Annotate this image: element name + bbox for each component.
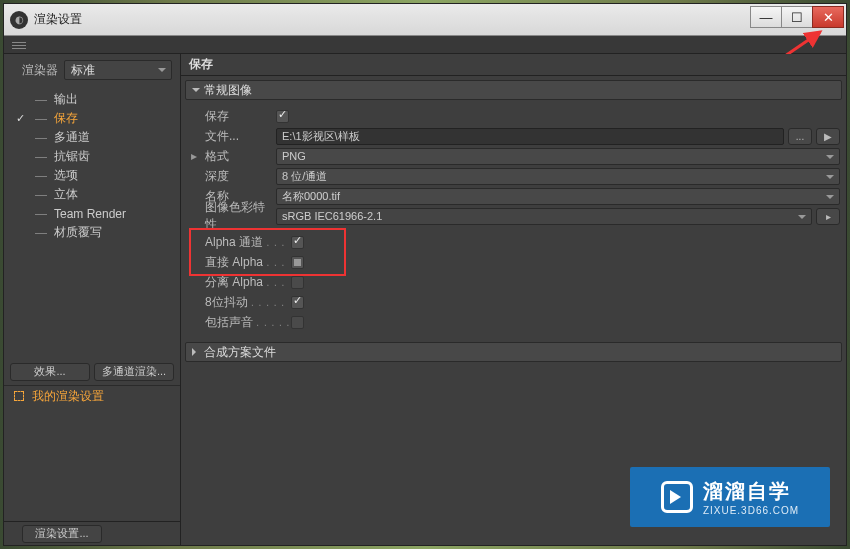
format-select[interactable]: PNG (276, 148, 840, 165)
maximize-button[interactable]: ☐ (781, 6, 813, 28)
sidebar-item-label: 保存 (54, 110, 78, 127)
color-profile-select[interactable]: sRGB IEC61966-2.1 (276, 208, 812, 225)
multipass-render-button[interactable]: 多通道渲染... (94, 363, 174, 381)
my-settings-label: 我的渲染设置 (32, 388, 104, 405)
name-select[interactable]: 名称0000.tif (276, 188, 840, 205)
app-icon: ◐ (10, 11, 28, 29)
browse-button[interactable]: ... (788, 128, 812, 145)
straight-alpha-label: 直接 Alpha . . . (201, 254, 291, 271)
section-regular-image[interactable]: 常规图像 (185, 80, 842, 100)
alpha-channel-label: Alpha 通道 . . . (201, 234, 291, 251)
watermark-text: 溜溜自学 (703, 478, 799, 505)
sidebar-item-material-override[interactable]: —材质覆写 (4, 223, 180, 242)
sidebar-item-antialiasing[interactable]: —抗锯齿 (4, 147, 180, 166)
audio-checkbox[interactable] (291, 316, 304, 329)
save-label: 保存 (201, 108, 276, 125)
window-title: 渲染设置 (34, 11, 82, 28)
effects-button[interactable]: 效果... (10, 363, 90, 381)
sidebar-item-label: 立体 (54, 186, 78, 203)
dither-checkbox[interactable] (291, 296, 304, 309)
sidebar: 渲染器 标准 —输出 ✓—保存 —多通道 —抗锯齿 —选项 —立体 —Team … (4, 54, 181, 545)
titlebar[interactable]: ◐ 渲染设置 — ☐ ✕ (4, 4, 846, 36)
sidebar-item-label: 抗锯齿 (54, 148, 90, 165)
menubar (4, 36, 846, 54)
separate-alpha-checkbox[interactable] (291, 276, 304, 289)
render-settings-window: ◐ 渲染设置 — ☐ ✕ 渲染器 标准 —输出 ✓—保存 —多通道 —抗锯齿 —… (3, 3, 847, 546)
audio-label: 包括声音 . . . . . (201, 314, 291, 331)
minimize-button[interactable]: — (750, 6, 782, 28)
sidebar-item-label: 多通道 (54, 129, 90, 146)
straight-alpha-checkbox[interactable] (291, 256, 304, 269)
alpha-channel-checkbox[interactable] (291, 236, 304, 249)
watermark-logo: 溜溜自学 ZIXUE.3D66.COM (630, 467, 830, 527)
form-regular-image: 保存 文件... E:\1影视区\样板 ... ▶ ▸ 格式 PNG (181, 104, 846, 338)
section-label: 常规图像 (204, 82, 252, 99)
color-profile-label: 图像色彩特性 (201, 199, 276, 233)
sidebar-item-label: Team Render (54, 207, 126, 221)
main-panel: 保存 常规图像 保存 文件... E:\1影视区\样板 ... ▶ (181, 54, 846, 545)
sidebar-item-label: 选项 (54, 167, 78, 184)
dither-label: 8位抖动 . . . . . (201, 294, 291, 311)
file-path-input[interactable]: E:\1影视区\样板 (276, 128, 784, 145)
grip-icon (12, 41, 26, 49)
file-label: 文件... (201, 128, 276, 145)
sidebar-item-stereo[interactable]: —立体 (4, 185, 180, 204)
sidebar-item-team-render[interactable]: —Team Render (4, 204, 180, 223)
chevron-right-icon (192, 348, 200, 356)
sidebar-item-options[interactable]: —选项 (4, 166, 180, 185)
sidebar-item-save[interactable]: ✓—保存 (4, 109, 180, 128)
preset-icon (14, 391, 24, 401)
play-icon (661, 481, 693, 513)
sidebar-item-label: 材质覆写 (54, 224, 102, 241)
format-label: 格式 (201, 148, 276, 165)
section-label: 合成方案文件 (204, 344, 276, 361)
checkmark-icon: ✓ (12, 112, 28, 125)
depth-label: 深度 (201, 168, 276, 185)
section-compositing[interactable]: 合成方案文件 (185, 342, 842, 362)
renderer-label: 渲染器 (22, 62, 58, 79)
open-button[interactable]: ▶ (816, 128, 840, 145)
close-button[interactable]: ✕ (812, 6, 844, 28)
sidebar-item-label: 输出 (54, 91, 78, 108)
panel-title: 保存 (181, 54, 846, 76)
chevron-down-icon (192, 88, 200, 96)
my-render-settings[interactable]: 我的渲染设置 (4, 385, 180, 407)
depth-select[interactable]: 8 位/通道 (276, 168, 840, 185)
color-profile-more-button[interactable]: ▸ (816, 208, 840, 225)
renderer-select[interactable]: 标准 (64, 60, 172, 80)
save-checkbox[interactable] (276, 110, 289, 123)
sidebar-item-output[interactable]: —输出 (4, 90, 180, 109)
render-settings-button[interactable]: 渲染设置... (22, 525, 102, 543)
window-controls: — ☐ ✕ (751, 6, 844, 28)
sidebar-item-multipass[interactable]: —多通道 (4, 128, 180, 147)
watermark-url: ZIXUE.3D66.COM (703, 505, 799, 516)
expand-icon[interactable]: ▸ (187, 149, 201, 163)
separate-alpha-label: 分离 Alpha . . . (201, 274, 291, 291)
sidebar-list: —输出 ✓—保存 —多通道 —抗锯齿 —选项 —立体 —Team Render … (4, 88, 180, 244)
